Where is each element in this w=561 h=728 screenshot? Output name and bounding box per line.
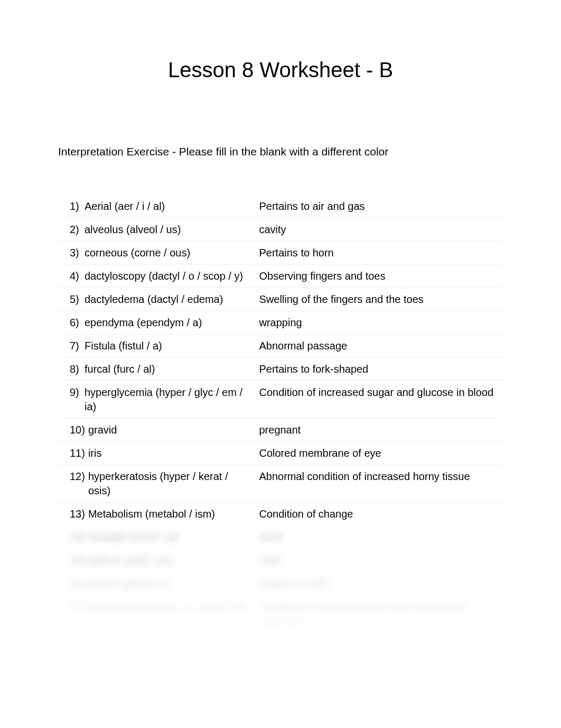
term-cell: 10)gravid <box>58 419 254 441</box>
row-number: 3) <box>70 246 85 260</box>
term-text: corneous (corne / ous) <box>85 246 190 260</box>
row-number: 9) <box>70 385 85 414</box>
table-row: 12)hyperkeratosis (hyper / kerat / osis)… <box>58 465 503 502</box>
term-text: gallium (galli / um) <box>88 554 174 568</box>
table-row: 5)dactyledema (dactyl / edema)Swelling o… <box>58 288 503 311</box>
term-cell: 13)Metabolism (metabol / ism) <box>58 503 254 526</box>
term-text: hyperglycemia (hyper / glyc / em / ia) <box>85 385 248 414</box>
term-text: iris <box>88 446 102 460</box>
row-number: 12) <box>70 469 88 498</box>
definition-cell: pregnant <box>254 419 503 441</box>
row-number: 2) <box>70 223 85 237</box>
term-text: ependyma (ependym / a) <box>85 316 202 330</box>
table-row: 15)gallium (galli / um)cock <box>58 549 503 572</box>
row-number: 5) <box>70 292 85 307</box>
term-cell: 8)furcal (furc / al) <box>58 358 254 381</box>
row-number: 6) <box>70 316 85 330</box>
term-text: Fistula (fistul / a) <box>85 339 162 353</box>
term-text: Metabolism (metabol / ism) <box>88 507 215 521</box>
blurred-preview-rows: 14)mentalis (ment / al)mind15)gallium (g… <box>58 526 503 633</box>
worksheet-page: Lesson 8 Worksheet - B Interpretation Ex… <box>0 0 561 633</box>
definition-cell: Pertains to air and gas <box>254 195 503 218</box>
row-number: 8) <box>70 362 85 376</box>
table-row: 16)gemini (gemin / i)Relates to twin <box>58 572 503 595</box>
definition-cell: wrapping <box>254 311 503 334</box>
row-number: 1) <box>70 199 85 214</box>
term-text: dactyledema (dactyl / edema) <box>85 292 223 307</box>
definition-cell: Relates to twin <box>254 573 503 595</box>
term-cell: 4)dactyloscopy (dactyl / o / scop / y) <box>58 265 254 288</box>
exercise-table: 1)Aerial (aer / i / al)Pertains to air a… <box>58 195 503 633</box>
row-number: 17) <box>70 600 88 614</box>
term-cell: 5)dactyledema (dactyl / edema) <box>58 288 254 311</box>
row-number: 10) <box>70 423 88 437</box>
term-cell: 1)Aerial (aer / i / al) <box>58 195 254 218</box>
term-text: alveolus (alveol / us) <box>85 223 181 237</box>
definition-cell: Condition of change <box>254 503 503 526</box>
term-cell: 9)hyperglycemia (hyper / glyc / em / ia) <box>58 381 254 418</box>
term-cell: 6)ependyma (ependym / a) <box>58 311 254 334</box>
row-number: 16) <box>70 577 88 591</box>
term-cell: 15)gallium (galli / um) <box>58 549 254 572</box>
term-cell: 3)corneous (corne / ous) <box>58 242 254 264</box>
table-row: 7)Fistula (fistul / a)Abnormal passage <box>58 334 503 357</box>
definition-cell: Abnormal condition of increased horny ti… <box>254 465 503 502</box>
term-text: Aerial (aer / i / al) <box>85 199 165 214</box>
definition-cell: Swelling of the fingers and the toes <box>254 288 503 311</box>
visible-rows: 1)Aerial (aer / i / al)Pertains to air a… <box>58 195 503 526</box>
definition-cell: Colored membrane of eye <box>254 442 503 465</box>
term-cell: 12)hyperkeratosis (hyper / kerat / osis) <box>58 465 254 502</box>
table-row: 13)Metabolism (metabol / ism)Condition o… <box>58 502 503 526</box>
row-number: 14) <box>70 530 88 545</box>
table-row: 9)hyperglycemia (hyper / glyc / em / ia)… <box>58 381 503 418</box>
term-text: hyperkeratosis (hyper / kerat / osis) <box>88 469 249 498</box>
table-row: 11)irisColored membrane of eye <box>58 441 503 465</box>
table-row: 6)ependyma (ependym / a)wrapping <box>58 311 503 334</box>
row-number: 4) <box>70 269 85 283</box>
term-text: dactyloscopy (dactyl / o / scop / y) <box>85 269 243 283</box>
term-text: furcal (furc / al) <box>85 362 155 376</box>
term-text: odynophagia (odyn / o / phag / ia) <box>88 600 246 614</box>
definition-cell: Pertains to fork-shaped <box>254 358 503 381</box>
definition-cell: cock <box>254 549 503 572</box>
definition-cell: mind <box>254 526 503 549</box>
definition-cell: Condition of abnormal pain while eating … <box>254 596 503 633</box>
table-row: 8)furcal (furc / al)Pertains to fork-sha… <box>58 357 503 381</box>
term-cell: 16)gemini (gemin / i) <box>58 573 254 595</box>
term-cell: 2)alveolus (alveol / us) <box>58 218 254 241</box>
definition-cell: Observing fingers and toes <box>254 265 503 288</box>
table-row: 10)gravidpregnant <box>58 418 503 441</box>
definition-cell: Condition of increased sugar and glucose… <box>254 381 503 418</box>
table-row: 17)odynophagia (odyn / o / phag / ia)Con… <box>58 595 503 633</box>
page-title: Lesson 8 Worksheet - B <box>58 58 503 82</box>
definition-cell: Abnormal passage <box>254 335 503 357</box>
row-number: 13) <box>70 507 88 521</box>
table-row: 2)alveolus (alveol / us)cavity <box>58 218 503 241</box>
row-number: 15) <box>70 554 88 568</box>
definition-cell: Pertains to horn <box>254 242 503 264</box>
row-number: 7) <box>70 339 85 353</box>
definition-cell: cavity <box>254 218 503 241</box>
table-row: 3)corneous (corne / ous)Pertains to horn <box>58 241 503 264</box>
term-cell: 14)mentalis (ment / al) <box>58 526 254 549</box>
term-text: gemini (gemin / i) <box>88 577 169 591</box>
table-row: 14)mentalis (ment / al)mind <box>58 526 503 549</box>
term-text: mentalis (ment / al) <box>88 530 178 545</box>
table-row: 1)Aerial (aer / i / al)Pertains to air a… <box>58 195 503 218</box>
term-cell: 11)iris <box>58 442 254 465</box>
row-number: 11) <box>70 446 88 460</box>
term-cell: 17)odynophagia (odyn / o / phag / ia) <box>58 596 254 633</box>
term-text: gravid <box>88 423 117 437</box>
table-row: 4)dactyloscopy (dactyl / o / scop / y)Ob… <box>58 264 503 288</box>
instruction-text: Interpretation Exercise - Please fill in… <box>58 145 503 158</box>
term-cell: 7)Fistula (fistul / a) <box>58 335 254 357</box>
